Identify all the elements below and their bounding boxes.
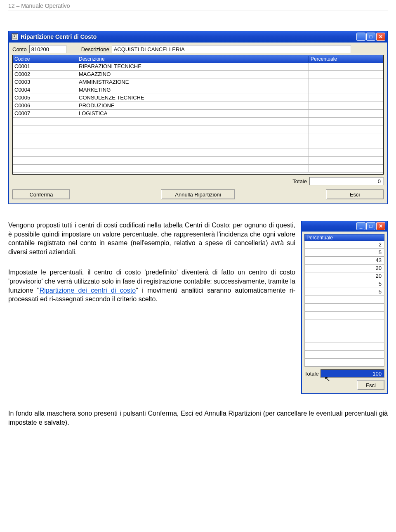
link-ripartizione[interactable]: Ripartizione dei centri di costo — [40, 287, 136, 294]
cell-percentuale[interactable] — [309, 71, 383, 78]
percentuale-cell[interactable]: 5 — [305, 288, 384, 296]
conto-label: Conto — [12, 46, 27, 52]
percentuale-cell-empty[interactable] — [305, 304, 384, 312]
paragraph-2: Impostate le percentuali, il centro di c… — [8, 268, 295, 303]
cell-descrizione[interactable]: MAGAZZINO — [77, 71, 309, 78]
col-header-descrizione[interactable]: Descrizione — [77, 56, 309, 62]
table-row-empty[interactable] — [13, 125, 383, 133]
percentuale-cell[interactable]: 2 — [305, 241, 384, 249]
cell-percentuale[interactable] — [309, 78, 383, 86]
cell-percentuale[interactable] — [309, 110, 383, 118]
window-title: Ripartizione Centri di Costo — [21, 33, 356, 40]
cell-percentuale[interactable] — [309, 86, 383, 94]
cost-center-grid[interactable]: Codice Descrizione Percentuale C0001RIPA… — [12, 55, 384, 175]
table-row-empty[interactable] — [13, 133, 383, 141]
cell-descrizione[interactable]: CONSULENZE TECNICHE — [77, 94, 309, 102]
close-button-2[interactable]: ✕ — [376, 222, 385, 230]
window-percentuale: _ □ ✕ Percentuale 2543202055 Totale 100 … — [301, 221, 388, 394]
cell-codice[interactable]: C0002 — [13, 71, 77, 78]
cell-percentuale[interactable] — [309, 63, 383, 71]
cell-codice[interactable]: C0004 — [13, 86, 77, 94]
percentuale-cell-empty[interactable] — [305, 319, 384, 327]
app-icon — [12, 33, 18, 40]
table-row[interactable]: C0006PRODUZIONE — [13, 102, 383, 110]
totale-field: 0 — [309, 177, 384, 185]
percentuale-cell[interactable]: 43 — [305, 257, 384, 265]
percentuale-cell-empty[interactable] — [305, 359, 384, 366]
cell-descrizione[interactable]: PRODUZIONE — [77, 102, 309, 110]
percentuale-cell[interactable]: 20 — [305, 272, 384, 280]
cell-codice[interactable]: C0006 — [13, 102, 77, 110]
table-row[interactable]: C0002MAGAZZINO — [13, 71, 383, 78]
table-row-empty[interactable] — [13, 141, 383, 149]
titlebar[interactable]: Ripartizione Centri di Costo _ □ ✕ — [9, 31, 387, 43]
minimize-button-2[interactable]: _ — [356, 222, 365, 230]
descrizione-label: Descrizione — [81, 46, 109, 52]
maximize-button[interactable]: □ — [366, 33, 375, 41]
minimize-button[interactable]: _ — [356, 33, 365, 41]
percentuale-cell[interactable]: 5 — [305, 249, 384, 257]
table-row[interactable]: C0004MARKETING — [13, 86, 383, 94]
cell-codice[interactable]: C0005 — [13, 94, 77, 102]
table-row-empty[interactable] — [13, 118, 383, 125]
conto-field[interactable]: 810200 — [29, 45, 66, 53]
paragraph-3: In fondo alla maschera sono presenti i p… — [8, 409, 388, 427]
col-header-codice[interactable]: Codice — [13, 56, 77, 62]
totale-label-2: Totale — [304, 371, 319, 377]
cell-codice[interactable]: C0007 — [13, 110, 77, 118]
percentuale-cell[interactable]: 5 — [305, 280, 384, 288]
page-header: 12 – Manuale Operativo — [8, 0, 388, 10]
percentuale-column[interactable]: 2543202055 — [304, 241, 384, 367]
table-row-empty[interactable] — [13, 165, 383, 173]
esci-button[interactable]: Esci — [326, 189, 384, 199]
conferma-button[interactable]: Conferma — [12, 189, 70, 199]
table-row[interactable]: C0005CONSULENZE TECNICHE — [13, 94, 383, 102]
cell-descrizione[interactable]: RIPARAZIONI TECNICHE — [77, 63, 309, 71]
cell-percentuale[interactable] — [309, 94, 383, 102]
body-text: Vengono proposti tutti i centri di costi… — [8, 221, 295, 394]
cell-codice[interactable]: C0001 — [13, 63, 77, 71]
close-button[interactable]: ✕ — [376, 33, 385, 41]
cell-percentuale[interactable] — [309, 102, 383, 110]
table-row[interactable]: C0007LOGISTICA — [13, 110, 383, 118]
cell-descrizione[interactable]: AMMINISTRAZIONE — [77, 78, 309, 86]
percentuale-cell[interactable]: 20 — [305, 265, 384, 272]
paragraph-1: Vengono proposti tutti i centri di costi… — [8, 221, 295, 256]
cell-descrizione[interactable]: MARKETING — [77, 86, 309, 94]
table-row[interactable]: C0003AMMINISTRAZIONE — [13, 78, 383, 86]
percentuale-cell-empty[interactable] — [305, 343, 384, 351]
percentuale-cell-empty[interactable] — [305, 327, 384, 335]
percentuale-cell-empty[interactable] — [305, 296, 384, 304]
table-row-empty[interactable] — [13, 157, 383, 165]
percentuale-cell-empty[interactable] — [305, 312, 384, 319]
svg-rect-1 — [14, 35, 15, 37]
annulla-ripartizioni-button[interactable]: Annulla Ripartizioni — [161, 189, 235, 199]
col-header-percentuale[interactable]: Percentuale — [309, 56, 383, 62]
percentuale-cell-empty[interactable] — [305, 351, 384, 359]
table-row-empty[interactable] — [13, 149, 383, 157]
descrizione-field[interactable]: ACQUISTI DI CANCELLERIA — [112, 45, 351, 53]
cell-descrizione[interactable]: LOGISTICA — [77, 110, 309, 118]
totale-field-2: 100 — [321, 369, 384, 378]
col-header-percentuale-2[interactable]: Percentuale — [304, 234, 384, 241]
maximize-button-2[interactable]: □ — [366, 222, 375, 230]
percentuale-cell-empty[interactable] — [305, 335, 384, 343]
totale-label: Totale — [292, 178, 307, 184]
cell-codice[interactable]: C0003 — [13, 78, 77, 86]
table-row[interactable]: C0001RIPARAZIONI TECNICHE — [13, 63, 383, 71]
esci-button-2[interactable]: Esci — [357, 380, 384, 390]
window-ripartizione: Ripartizione Centri di Costo _ □ ✕ Conto… — [8, 31, 388, 204]
